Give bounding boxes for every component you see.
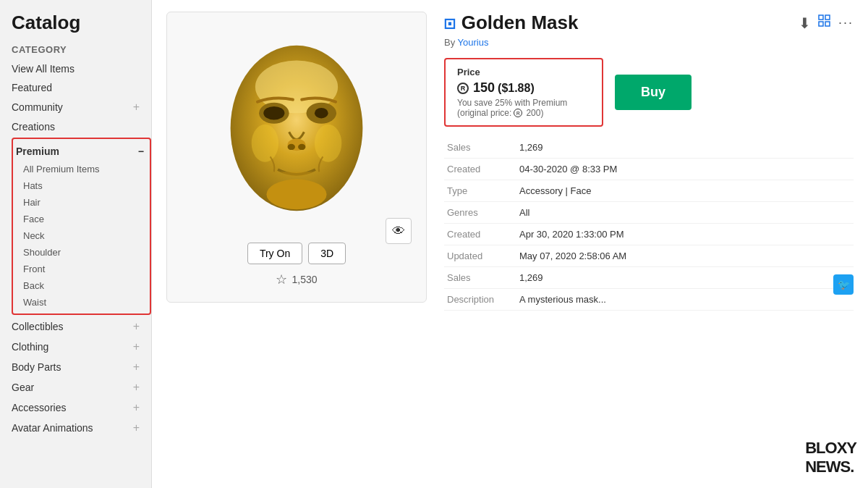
favorites-count: 1,530	[292, 274, 317, 285]
sidebar-item-face[interactable]: Face	[13, 211, 150, 227]
table-row-description: Description A mysterious mask...	[444, 289, 854, 311]
premium-section: Premium − All Premium Items Hats Hair Fa…	[12, 138, 151, 315]
product-image-container: 👁 Try On 3D ☆ 1,530	[166, 12, 427, 303]
sidebar-item-hats[interactable]: Hats	[13, 177, 150, 194]
robux-icon: R	[457, 83, 469, 94]
expand-gear-icon: +	[133, 381, 145, 394]
sales2-label: Sales	[444, 267, 516, 289]
sidebar-item-featured[interactable]: Featured	[12, 78, 151, 97]
expand-body-parts-icon: +	[133, 361, 145, 374]
type-value: Accessory | Face	[516, 180, 854, 202]
buy-button[interactable]: Buy	[615, 75, 692, 110]
page-title: Catalog	[12, 12, 151, 34]
svg-point-3	[263, 106, 284, 120]
category-heading: Category	[12, 44, 151, 55]
twitter-bird-icon: 🐦	[838, 279, 850, 290]
sidebar-item-all-premium[interactable]: All Premium Items	[13, 161, 150, 177]
sidebar-item-premium[interactable]: Premium −	[13, 142, 150, 161]
sidebar-item-avatar-animations[interactable]: Avatar Animations +	[12, 418, 151, 438]
creator-link[interactable]: Yourius	[458, 37, 489, 48]
sidebar-item-view-all[interactable]: View All Items	[12, 59, 151, 78]
expand-accessories-icon: +	[133, 401, 145, 414]
updated-value: May 07, 2020 2:58:06 AM	[516, 245, 854, 267]
expand-community-icon: +	[133, 101, 145, 114]
svg-point-10	[252, 125, 278, 162]
product-title-row: ⊡ Golden Mask ⬇ ··	[444, 12, 854, 34]
sidebar-item-body-parts[interactable]: Body Parts +	[12, 357, 151, 377]
table-row-sales2: Sales 1,269	[444, 267, 854, 289]
sidebar-item-waist[interactable]: Waist	[13, 294, 150, 311]
twitter-icon[interactable]: 🐦	[833, 274, 854, 295]
created-label: Created	[444, 159, 516, 180]
three-d-button[interactable]: 3D	[308, 243, 346, 264]
price-robux: 150	[473, 80, 495, 96]
try-on-button[interactable]: Try On	[247, 243, 302, 264]
svg-rect-12	[819, 15, 823, 20]
svg-rect-14	[819, 22, 823, 26]
grid-icon[interactable]	[818, 14, 831, 31]
expand-clothing-icon: +	[133, 340, 145, 353]
type-label: Type	[444, 180, 516, 202]
details-table: Sales 1,269 Created 04-30-2020 @ 8:33 PM…	[444, 137, 854, 311]
watermark: BLOXY NEWS.	[805, 439, 856, 476]
product-action-icons: ⬇ ···	[799, 14, 854, 32]
table-row-genres: Genres All	[444, 202, 854, 224]
view-icon-button[interactable]: 👁	[386, 218, 412, 244]
sidebar-item-neck[interactable]: Neck	[13, 227, 150, 244]
updated-label: Updated	[444, 245, 516, 267]
sidebar-item-shoulder[interactable]: Shoulder	[13, 244, 150, 261]
price-label: Price	[457, 67, 590, 77]
created2-label: Created	[444, 224, 516, 245]
expand-collectibles-icon: +	[133, 320, 145, 333]
sidebar-item-front[interactable]: Front	[13, 261, 150, 277]
watermark-line2: NEWS.	[805, 458, 856, 476]
svg-rect-15	[825, 22, 830, 26]
product-title: Golden Mask	[461, 12, 579, 34]
genres-label: Genres	[444, 202, 516, 224]
product-title-group: ⊡ Golden Mask	[444, 12, 578, 34]
collapse-premium-icon: −	[138, 146, 144, 157]
svg-point-5	[315, 108, 328, 119]
sidebar-item-accessories[interactable]: Accessories +	[12, 397, 151, 418]
created-value: 04-30-2020 @ 8:33 PM	[516, 159, 854, 180]
sidebar-item-creations[interactable]: Creations	[12, 117, 151, 136]
original-robux-icon: R	[514, 109, 522, 117]
watermark-line1: BLOXY	[805, 439, 856, 458]
svg-point-11	[315, 125, 341, 162]
more-options-icon[interactable]: ···	[838, 15, 854, 30]
sidebar-item-collectibles[interactable]: Collectibles +	[12, 316, 151, 337]
created2-value: Apr 30, 2020 1:33:00 PM	[516, 224, 854, 245]
eye-icon: 👁	[392, 224, 405, 239]
svg-point-8	[298, 144, 305, 150]
sidebar-item-community[interactable]: Community +	[12, 97, 151, 117]
price-section: Price R 150 ($1.88) You save 25% with Pr…	[444, 58, 854, 127]
download-icon[interactable]: ⬇	[799, 14, 811, 32]
sales-label: Sales	[444, 137, 516, 159]
product-area: 👁 Try On 3D ☆ 1,530 ⊡ Golden	[166, 12, 854, 338]
description-value: A mysterious mask...	[516, 289, 854, 311]
price-value: R 150 ($1.88)	[457, 80, 590, 96]
sidebar-item-back[interactable]: Back	[13, 277, 150, 294]
expand-avatar-animations-icon: +	[133, 421, 145, 434]
svg-point-9	[266, 180, 326, 210]
main-content: 👁 Try On 3D ☆ 1,530 ⊡ Golden	[152, 0, 868, 488]
sales-value: 1,269	[516, 137, 854, 159]
favorite-row: ☆ 1,530	[276, 272, 317, 287]
svg-point-7	[288, 144, 295, 150]
table-row-sales1: Sales 1,269	[444, 137, 854, 159]
sales2-value: 1,269	[516, 267, 854, 289]
price-discount: You save 25% with Premium (original pric…	[457, 98, 590, 118]
sidebar-item-clothing[interactable]: Clothing +	[12, 337, 151, 357]
star-icon[interactable]: ☆	[276, 272, 287, 287]
svg-rect-13	[825, 15, 830, 20]
premium-badge-icon: ⊡	[444, 12, 456, 34]
product-details: ⊡ Golden Mask ⬇ ··	[444, 12, 854, 338]
premium-label: Premium	[16, 146, 59, 157]
golden-mask-image	[210, 30, 383, 226]
genres-value: All	[516, 202, 854, 224]
product-actions: Try On 3D	[247, 243, 346, 264]
description-label: Description	[444, 289, 516, 311]
sidebar: Catalog Category View All Items Featured…	[0, 0, 152, 488]
sidebar-item-hair[interactable]: Hair	[13, 194, 150, 211]
sidebar-item-gear[interactable]: Gear +	[12, 377, 151, 397]
